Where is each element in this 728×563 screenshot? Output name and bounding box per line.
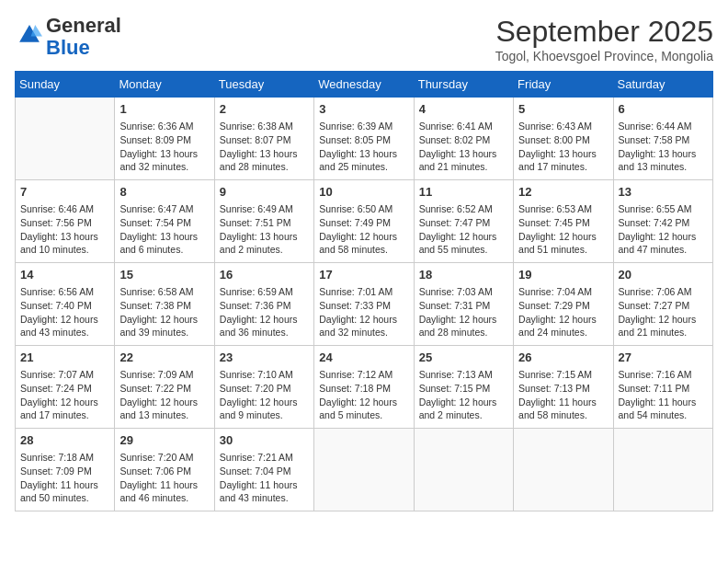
day-info: Sunrise: 6:38 AMSunset: 8:07 PMDaylight:…: [220, 120, 309, 174]
title-block: September 2025 Togol, Khoevsgoel Provinc…: [495, 15, 713, 63]
day-cell: 10Sunrise: 6:50 AMSunset: 7:49 PMDayligh…: [314, 180, 414, 263]
day-info: Sunrise: 7:07 AMSunset: 7:24 PMDaylight:…: [20, 368, 109, 422]
day-cell: 13Sunrise: 6:55 AMSunset: 7:42 PMDayligh…: [613, 180, 712, 263]
day-cell: 11Sunrise: 6:52 AMSunset: 7:47 PMDayligh…: [414, 180, 513, 263]
day-info: Sunrise: 7:15 AMSunset: 7:13 PMDaylight:…: [518, 368, 608, 422]
day-info: Sunrise: 7:03 AMSunset: 7:31 PMDaylight:…: [419, 285, 508, 339]
day-info: Sunrise: 6:36 AMSunset: 8:09 PMDaylight:…: [119, 120, 209, 174]
day-number: 14: [20, 267, 109, 283]
header-tuesday: Tuesday: [214, 72, 313, 98]
day-info: Sunrise: 6:47 AMSunset: 7:54 PMDaylight:…: [119, 202, 209, 257]
day-cell: 5Sunrise: 6:43 AMSunset: 8:00 PMDaylight…: [514, 98, 613, 180]
day-number: 18: [419, 267, 508, 283]
day-cell: [514, 429, 613, 511]
day-number: 5: [518, 101, 608, 118]
week-row-5: 28Sunrise: 7:18 AMSunset: 7:09 PMDayligh…: [16, 429, 713, 511]
day-number: 12: [518, 184, 608, 201]
day-info: Sunrise: 6:43 AMSunset: 8:00 PMDaylight:…: [518, 120, 608, 174]
day-number: 23: [220, 350, 309, 366]
day-cell: 19Sunrise: 7:04 AMSunset: 7:29 PMDayligh…: [514, 263, 613, 346]
day-number: 6: [619, 101, 708, 118]
day-cell: 17Sunrise: 7:01 AMSunset: 7:33 PMDayligh…: [314, 263, 414, 346]
day-number: 28: [20, 432, 109, 449]
day-info: Sunrise: 6:41 AMSunset: 8:02 PMDaylight:…: [419, 120, 508, 174]
day-info: Sunrise: 6:53 AMSunset: 7:45 PMDaylight:…: [518, 202, 608, 257]
day-cell: 7Sunrise: 6:46 AMSunset: 7:56 PMDaylight…: [16, 180, 115, 263]
day-number: 19: [518, 267, 608, 283]
day-cell: 28Sunrise: 7:18 AMSunset: 7:09 PMDayligh…: [16, 429, 115, 511]
week-row-2: 7Sunrise: 6:46 AMSunset: 7:56 PMDaylight…: [16, 180, 713, 263]
day-info: Sunrise: 7:20 AMSunset: 7:06 PMDaylight:…: [119, 451, 209, 505]
logo: General Blue: [15, 15, 121, 59]
day-number: 1: [119, 101, 209, 118]
day-info: Sunrise: 7:18 AMSunset: 7:09 PMDaylight:…: [20, 451, 109, 505]
day-info: Sunrise: 7:12 AMSunset: 7:18 PMDaylight:…: [319, 368, 408, 422]
day-number: 27: [619, 350, 708, 366]
week-row-4: 21Sunrise: 7:07 AMSunset: 7:24 PMDayligh…: [16, 346, 713, 429]
day-cell: 12Sunrise: 6:53 AMSunset: 7:45 PMDayligh…: [514, 180, 613, 263]
calendar-table: Sunday Monday Tuesday Wednesday Thursday…: [15, 71, 713, 511]
day-number: 22: [119, 350, 209, 366]
day-info: Sunrise: 6:56 AMSunset: 7:40 PMDaylight:…: [20, 285, 109, 339]
day-number: 13: [619, 184, 708, 201]
day-info: Sunrise: 7:04 AMSunset: 7:29 PMDaylight:…: [518, 285, 608, 339]
header-monday: Monday: [115, 72, 214, 98]
day-cell: 23Sunrise: 7:10 AMSunset: 7:20 PMDayligh…: [214, 346, 313, 429]
day-cell: [613, 429, 712, 511]
day-cell: 21Sunrise: 7:07 AMSunset: 7:24 PMDayligh…: [16, 346, 115, 429]
day-info: Sunrise: 7:10 AMSunset: 7:20 PMDaylight:…: [220, 368, 309, 422]
day-number: 26: [518, 350, 608, 366]
day-cell: 4Sunrise: 6:41 AMSunset: 8:02 PMDaylight…: [414, 98, 513, 180]
week-row-3: 14Sunrise: 6:56 AMSunset: 7:40 PMDayligh…: [16, 263, 713, 346]
day-info: Sunrise: 6:50 AMSunset: 7:49 PMDaylight:…: [319, 202, 408, 257]
day-number: 8: [119, 184, 209, 201]
day-number: 30: [220, 432, 309, 449]
weekday-header-row: Sunday Monday Tuesday Wednesday Thursday…: [16, 72, 713, 98]
location-subtitle: Togol, Khoevsgoel Province, Mongolia: [495, 49, 713, 63]
day-info: Sunrise: 7:09 AMSunset: 7:22 PMDaylight:…: [119, 368, 209, 422]
header-saturday: Saturday: [613, 72, 712, 98]
page-header: General Blue September 2025 Togol, Khoev…: [15, 15, 713, 63]
day-number: 20: [619, 267, 708, 283]
day-info: Sunrise: 6:49 AMSunset: 7:51 PMDaylight:…: [220, 202, 309, 257]
day-info: Sunrise: 6:39 AMSunset: 8:05 PMDaylight:…: [319, 120, 408, 174]
day-info: Sunrise: 6:58 AMSunset: 7:38 PMDaylight:…: [119, 285, 209, 339]
day-number: 2: [220, 101, 309, 118]
logo-general-text: General: [46, 14, 121, 37]
day-cell: 20Sunrise: 7:06 AMSunset: 7:27 PMDayligh…: [613, 263, 712, 346]
day-number: 3: [319, 101, 408, 118]
day-number: 11: [419, 184, 508, 201]
day-info: Sunrise: 6:52 AMSunset: 7:47 PMDaylight:…: [419, 202, 508, 257]
logo-blue-text: Blue: [46, 36, 90, 59]
day-info: Sunrise: 6:59 AMSunset: 7:36 PMDaylight:…: [220, 285, 309, 339]
day-cell: 22Sunrise: 7:09 AMSunset: 7:22 PMDayligh…: [115, 346, 214, 429]
day-info: Sunrise: 7:13 AMSunset: 7:15 PMDaylight:…: [419, 368, 508, 422]
day-cell: 26Sunrise: 7:15 AMSunset: 7:13 PMDayligh…: [514, 346, 613, 429]
day-info: Sunrise: 7:16 AMSunset: 7:11 PMDaylight:…: [619, 368, 708, 422]
day-number: 17: [319, 267, 408, 283]
day-cell: 24Sunrise: 7:12 AMSunset: 7:18 PMDayligh…: [314, 346, 414, 429]
day-cell: 6Sunrise: 6:44 AMSunset: 7:58 PMDaylight…: [613, 98, 712, 180]
header-wednesday: Wednesday: [314, 72, 414, 98]
day-number: 4: [419, 101, 508, 118]
day-number: 7: [20, 184, 109, 201]
day-cell: 9Sunrise: 6:49 AMSunset: 7:51 PMDaylight…: [214, 180, 313, 263]
day-number: 25: [419, 350, 508, 366]
day-cell: [16, 98, 115, 180]
day-info: Sunrise: 7:21 AMSunset: 7:04 PMDaylight:…: [220, 451, 309, 505]
day-number: 16: [220, 267, 309, 283]
day-cell: 14Sunrise: 6:56 AMSunset: 7:40 PMDayligh…: [16, 263, 115, 346]
day-number: 29: [119, 432, 209, 449]
day-number: 10: [319, 184, 408, 201]
day-number: 21: [20, 350, 109, 366]
day-info: Sunrise: 7:01 AMSunset: 7:33 PMDaylight:…: [319, 285, 408, 339]
day-cell: 27Sunrise: 7:16 AMSunset: 7:11 PMDayligh…: [613, 346, 712, 429]
logo-icon: [17, 22, 42, 48]
day-cell: 3Sunrise: 6:39 AMSunset: 8:05 PMDaylight…: [314, 98, 414, 180]
day-info: Sunrise: 6:55 AMSunset: 7:42 PMDaylight:…: [619, 202, 708, 257]
day-info: Sunrise: 6:44 AMSunset: 7:58 PMDaylight:…: [619, 120, 708, 174]
day-cell: 25Sunrise: 7:13 AMSunset: 7:15 PMDayligh…: [414, 346, 513, 429]
header-friday: Friday: [514, 72, 613, 98]
day-number: 9: [220, 184, 309, 201]
day-number: 15: [119, 267, 209, 283]
